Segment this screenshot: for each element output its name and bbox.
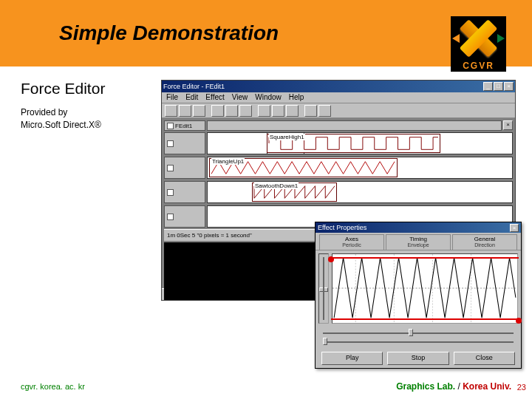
menu-edit[interactable]: Edit — [185, 93, 198, 102]
props-tabs: AxesPeriodic TimingEnvelope GeneralDirec… — [316, 233, 521, 250]
track-3-label[interactable] — [164, 181, 205, 203]
slide-footer: cgvr. korea. ac. kr Graphics Lab. / Kore… — [0, 381, 532, 392]
props-title: Effect Properties — [318, 224, 366, 231]
track-close-icon[interactable]: × — [503, 120, 513, 130]
maximize-button[interactable]: □ — [494, 82, 503, 91]
toolbar-paste-icon[interactable] — [239, 105, 252, 117]
menu-window[interactable]: Window — [255, 93, 282, 102]
offset-slider[interactable] — [320, 330, 516, 337]
track-1-body[interactable]: SquareHigh1 — [207, 132, 513, 154]
toolbar-new-icon[interactable] — [165, 105, 177, 117]
square-wave-label: SquareHigh1 — [269, 134, 305, 140]
toolbar-help-icon[interactable] — [318, 105, 331, 117]
menu-bar: File Edit Effect View Window Help — [162, 92, 515, 103]
menu-view[interactable]: View — [232, 93, 248, 102]
toolbar-save-icon[interactable] — [193, 105, 205, 117]
tab-general[interactable]: GeneralDirection — [452, 234, 517, 250]
toolbar-cut-icon[interactable] — [211, 105, 224, 117]
cgvr-logo: CGVR — [451, 16, 506, 72]
triangle-wave-block[interactable]: TriangleUp1 — [209, 158, 398, 177]
tab-axes[interactable]: AxesPeriodic — [319, 234, 384, 250]
menu-help[interactable]: Help — [289, 93, 304, 102]
track-checkbox-icon[interactable] — [167, 165, 174, 171]
props-titlebar[interactable]: Effect Properties × — [316, 222, 521, 233]
props-close-icon[interactable]: × — [510, 224, 519, 232]
window-title: Force Editor - FEdit1 — [163, 83, 225, 90]
toolbar-copy-icon[interactable] — [225, 105, 238, 117]
track-4-label[interactable] — [164, 205, 205, 228]
device-label: FEdit1 — [164, 120, 205, 131]
device-checkbox-icon[interactable] — [167, 123, 174, 129]
menu-file[interactable]: File — [166, 93, 178, 102]
track-2-body[interactable]: TriangleUp1 — [207, 157, 513, 179]
triangle-wave-label: TriangleUp1 — [211, 158, 245, 165]
menu-effect[interactable]: Effect — [205, 93, 224, 102]
description-panel: Force Editor Provided by Micro.Soft Dire… — [21, 80, 154, 301]
slide-title-bar: Simple Demonstration CGVR — [0, 0, 532, 66]
play-button[interactable]: Play — [321, 352, 383, 365]
effect-properties-window[interactable]: Effect Properties × AxesPeriodic TimingE… — [315, 222, 522, 369]
directx-logo-icon — [451, 16, 506, 61]
track-checkbox-icon[interactable] — [167, 140, 174, 147]
sawtooth-wave-label: SawtoothDown1 — [254, 183, 299, 189]
minimize-button[interactable]: _ — [483, 82, 493, 91]
track-1-label[interactable] — [164, 132, 205, 154]
track-checkbox-icon[interactable] — [167, 189, 174, 196]
logo-label: CGVR — [451, 61, 506, 72]
toolbar — [162, 103, 515, 118]
toolbar-open-icon[interactable] — [179, 105, 191, 117]
toolbar-rewind-icon[interactable] — [258, 105, 270, 117]
provided-by-text: Provided by Micro.Soft Direct.X® — [21, 106, 154, 132]
stop-button[interactable]: Stop — [387, 352, 449, 365]
close-button[interactable]: Close — [454, 352, 515, 365]
close-button[interactable]: × — [504, 82, 514, 91]
page-number: 23 — [517, 383, 526, 392]
toolbar-stop-icon[interactable] — [286, 105, 299, 117]
window-titlebar[interactable]: Force Editor - FEdit1 _ □ × — [162, 81, 515, 92]
time-ruler[interactable] — [207, 120, 502, 131]
magnitude-slider[interactable] — [318, 253, 329, 324]
footer-credit: Graphics Lab. / Korea Univ. — [396, 381, 511, 392]
toolbar-play-icon[interactable] — [272, 105, 284, 117]
track-checkbox-icon[interactable] — [167, 214, 174, 220]
sawtooth-wave-block[interactable]: SawtoothDown1 — [252, 183, 337, 202]
section-heading: Force Editor — [21, 80, 154, 98]
waveform-graph — [332, 253, 518, 324]
toolbar-props-icon[interactable] — [304, 105, 317, 117]
phase-slider[interactable] — [320, 338, 516, 346]
track-3-body[interactable]: SawtoothDown1 — [207, 181, 513, 203]
slide-title: Simple Demonstration — [59, 21, 279, 45]
footer-url: cgvr. korea. ac. kr — [21, 382, 85, 391]
square-wave-block[interactable]: SquareHigh1 — [267, 134, 440, 153]
tab-timing[interactable]: TimingEnvelope — [386, 234, 451, 250]
track-2-label[interactable] — [164, 157, 205, 179]
